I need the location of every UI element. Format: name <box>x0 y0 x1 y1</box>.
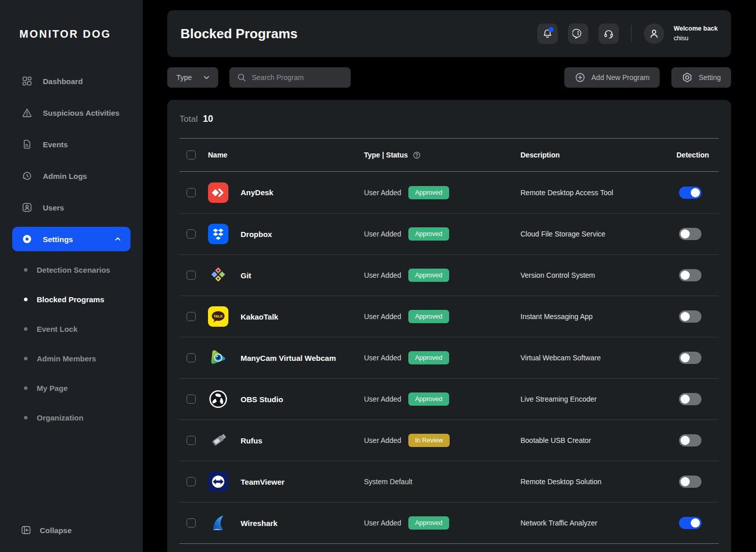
program-name: OBS Studio <box>241 395 283 404</box>
teamviewer-app-icon <box>208 471 228 492</box>
sidebar-item-my-page[interactable]: My Page <box>0 373 143 403</box>
toolbar: Type Add New Program Setting <box>167 67 731 88</box>
detection-toggle[interactable] <box>679 476 701 488</box>
collapse-label: Collapse <box>40 526 72 535</box>
brand-logo: MONITOR DOG <box>0 0 143 40</box>
plus-circle-icon <box>575 72 586 83</box>
welcome-username: chisu <box>673 34 718 43</box>
row-checkbox[interactable] <box>187 188 196 197</box>
table-row: Dropbox User Added Approved Cloud File S… <box>179 213 719 254</box>
sidebar-item-events[interactable]: Events <box>0 128 143 160</box>
status-badge: Approved <box>408 269 449 282</box>
column-header-type-status: Type | Status <box>364 151 408 159</box>
sidebar-item-event-lock[interactable]: Event Lock <box>0 314 143 344</box>
search-box[interactable] <box>229 67 351 88</box>
collapse-icon <box>20 524 32 536</box>
bullet-dot <box>24 327 28 331</box>
support-button[interactable] <box>598 23 619 44</box>
chevron-up-icon <box>113 234 122 244</box>
column-header-description: Description <box>520 151 676 159</box>
program-description: Cloud File Storage Service <box>520 230 676 238</box>
total-value: 10 <box>203 114 213 124</box>
table-row: AnyDesk User Added Approved Remote Deskt… <box>179 172 719 213</box>
row-checkbox[interactable] <box>187 395 196 404</box>
status-badge: Approved <box>408 516 449 530</box>
notifications-button[interactable] <box>537 23 558 44</box>
sidebar-item-settings[interactable]: Settings <box>12 227 131 251</box>
program-name: KakaoTalk <box>241 312 278 321</box>
detection-toggle[interactable] <box>679 434 701 446</box>
sidebar-item-suspicious-activities[interactable]: Suspicious Activities <box>0 97 143 128</box>
bullet-dot <box>24 386 28 390</box>
help-circle-icon[interactable] <box>412 151 421 160</box>
detection-toggle[interactable] <box>679 352 701 364</box>
program-description: Live Streaming Encoder <box>520 395 676 403</box>
sidebar-item-admin-logs[interactable]: Admin Logs <box>0 160 143 192</box>
program-type: User Added <box>364 395 401 403</box>
sidebar-item-blocked-programs[interactable]: Blocked Programs <box>0 284 143 314</box>
sidebar-item-admin-members[interactable]: Admin Members <box>0 344 143 373</box>
sidebar-item-label: Settings <box>43 235 73 244</box>
row-checkbox[interactable] <box>187 353 196 362</box>
column-header-name: Name <box>208 151 364 159</box>
program-description: Remote Desktop Solution <box>520 478 676 486</box>
program-description: Remote Desktop Access Tool <box>520 189 676 197</box>
program-type: User Added <box>364 271 401 279</box>
info-button[interactable] <box>568 23 588 44</box>
sidebar-nav: Dashboard Suspicious Activities Events A… <box>0 65 143 432</box>
program-name: Rufus <box>241 436 263 445</box>
bullet-dot <box>24 298 28 301</box>
select-all-checkbox[interactable] <box>187 150 196 160</box>
git-app-icon <box>208 265 228 285</box>
program-type: User Added <box>364 189 401 197</box>
program-description: Network Traffic Analyzer <box>520 519 676 527</box>
avatar[interactable] <box>644 23 664 44</box>
sidebar-item-dashboard[interactable]: Dashboard <box>0 65 143 97</box>
row-checkbox[interactable] <box>187 271 196 280</box>
row-checkbox[interactable] <box>187 436 196 445</box>
program-description: Virtual Webcam Software <box>520 354 676 362</box>
document-icon <box>21 139 33 150</box>
status-badge: In Review <box>408 434 450 447</box>
collapse-sidebar-button[interactable]: Collapse <box>20 524 72 536</box>
row-checkbox[interactable] <box>187 518 196 528</box>
dropbox-app-icon <box>208 224 228 244</box>
table-row: OBS Studio User Added Approved Live Stre… <box>179 378 719 419</box>
sidebar-item-users[interactable]: Users <box>0 192 143 223</box>
program-name: ManyCam Virtual Webcam <box>241 354 336 362</box>
bullet-dot <box>24 416 28 419</box>
table-row: Git User Added Approved Version Control … <box>179 254 719 296</box>
program-type: User Added <box>364 312 401 321</box>
table-row: TeamViewer System Default Remote Desktop… <box>179 461 719 502</box>
row-checkbox[interactable] <box>187 477 196 486</box>
detection-toggle[interactable] <box>679 228 701 240</box>
sidebar-item-detection-scenarios[interactable]: Detection Scenarios <box>0 255 143 284</box>
svg-text:TALK: TALK <box>214 314 223 319</box>
setting-button[interactable]: Setting <box>671 67 731 88</box>
info-bubble-icon <box>572 28 584 39</box>
row-checkbox[interactable] <box>187 312 196 321</box>
detection-toggle[interactable] <box>679 310 701 323</box>
detection-toggle[interactable] <box>679 187 701 199</box>
subnav-label: Admin Members <box>37 354 96 363</box>
sidebar-item-organization[interactable]: Organization <box>0 403 143 432</box>
page-title: Blocked Programs <box>180 26 298 42</box>
program-name: Wireshark <box>241 519 277 528</box>
detection-toggle[interactable] <box>679 517 701 529</box>
sidebar-item-label: Suspicious Activities <box>43 109 119 117</box>
detection-toggle[interactable] <box>679 393 701 405</box>
type-filter-dropdown[interactable]: Type <box>167 67 218 88</box>
bullet-dot <box>24 357 28 360</box>
row-checkbox[interactable] <box>187 229 196 239</box>
total-label: Total <box>179 114 198 124</box>
detection-toggle[interactable] <box>679 269 701 281</box>
program-type: User Added <box>364 354 401 362</box>
sidebar-item-label: Users <box>43 203 64 212</box>
headset-icon <box>603 28 614 39</box>
app-root: MONITOR DOG Dashboard Suspicious Activit… <box>0 0 756 552</box>
divider <box>631 25 632 42</box>
add-new-program-button[interactable]: Add New Program <box>564 67 660 88</box>
program-description: Bootable USB Creator <box>520 436 676 444</box>
search-input[interactable] <box>252 73 333 82</box>
program-name: AnyDesk <box>241 188 273 197</box>
